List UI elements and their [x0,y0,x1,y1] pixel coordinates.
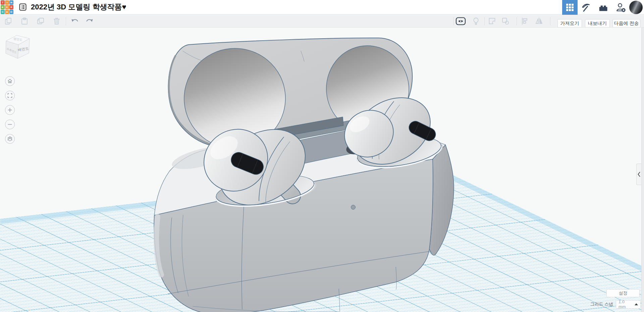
view-nav-buttons [5,76,15,144]
pickaxe-icon [581,2,591,12]
top-bar: T I N K E R C A D 2022년 3D 모델링 학생작품♥ [0,0,644,14]
viewport-3d[interactable]: 평면도 좌측면도 배면도 [0,28,644,312]
zoom-in-button[interactable] [5,105,15,115]
design-properties-icon[interactable] [19,3,27,11]
design-title: 2022년 3D 모델링 학생작품♥ [31,0,126,14]
logo-tile: D [9,10,13,14]
ungroup-icon[interactable] [501,17,510,26]
plus-icon [7,107,13,113]
tinkercad-logo[interactable]: T I N K E R C A D [1,0,13,14]
delete-icon[interactable] [52,17,61,26]
chevron-left-icon [637,171,641,177]
avatar[interactable] [629,1,643,14]
toolbar-separator [66,17,66,25]
home-view-button[interactable] [5,76,15,86]
grid-snap-value: 1.0 mm [619,299,632,309]
add-person-icon [615,2,626,13]
grid-snap-label: 그리드 스냅 [590,301,613,307]
logo-tile: N [9,0,13,5]
logo-tile: C [1,10,5,14]
home-icon [7,78,13,84]
duplicate-icon[interactable] [36,17,45,26]
logo-tile: T [1,0,5,5]
zoom-out-button[interactable] [5,120,15,129]
edit-toolbar: 가져오기 내보내기 다음에 전송 [0,14,644,28]
copy-icon[interactable] [4,17,13,26]
model-airpods-case[interactable] [154,38,454,312]
paste-icon[interactable] [20,17,29,26]
lego-brick-icon [598,2,608,12]
dropdown-arrow-icon [635,303,638,305]
perspective-toggle-button[interactable] [5,134,15,144]
logo-tile: K [1,5,5,9]
collapsed-panel-strip [641,28,644,312]
import-button[interactable]: 가져오기 [557,19,582,28]
brick-export-button[interactable] [596,0,610,15]
view-cube[interactable]: 평면도 좌측면도 배면도 [3,30,32,60]
mirror-icon[interactable] [535,17,543,26]
grid-snap-select[interactable]: 1.0 mm [616,300,641,309]
light-icon[interactable] [472,17,480,26]
show-all-icon[interactable] [455,17,466,26]
logo-tile: I [5,0,9,5]
grid-snap-control: 그리드 스냅 1.0 mm [567,300,641,309]
redo-icon[interactable] [85,17,94,26]
export-button[interactable]: 내보내기 [585,19,610,28]
scene-3d [0,28,644,312]
minus-icon [7,122,13,127]
send-to-button[interactable]: 다음에 전송 [612,19,640,28]
blocks-view-button[interactable] [562,0,578,15]
toolbar-separator [484,17,485,25]
toolbar-separator [453,17,454,25]
logo-tile: E [5,5,9,9]
settings-button[interactable]: 설정 [606,289,640,297]
grid-view-icon [566,3,574,12]
fit-view-button[interactable] [5,91,15,100]
share-button[interactable] [614,0,628,15]
logo-tile: R [9,5,13,9]
minecraft-export-button[interactable] [579,0,592,15]
fit-view-icon [7,93,13,98]
status-led [351,205,356,210]
group-icon[interactable] [488,17,496,26]
undo-icon[interactable] [70,17,79,26]
panel-expand-tab[interactable] [636,164,641,185]
toolbar-separator [517,17,517,25]
toolbar-separator [550,17,550,25]
perspective-cube-icon [7,136,13,142]
logo-tile: A [5,10,9,14]
align-icon[interactable] [521,17,529,26]
